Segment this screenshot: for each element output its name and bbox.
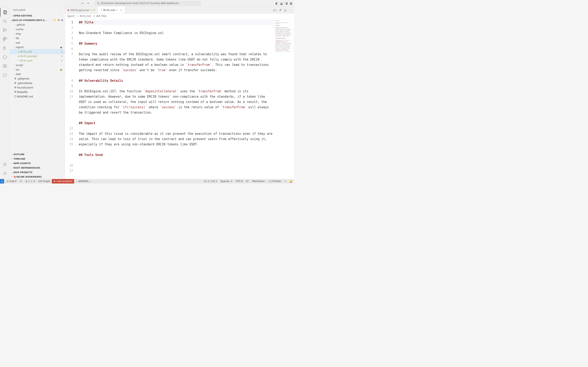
section-timeline[interactable]: ›TIMELINE: [10, 157, 65, 161]
file-icon: ⓘ: [13, 95, 17, 98]
file-icon: ↓: [17, 50, 20, 53]
folder-report[interactable]: ⌄ report ●: [10, 45, 65, 49]
search-icon: 🔍: [97, 2, 100, 5]
status-sync[interactable]: ⟳: [18, 179, 24, 184]
activity-settings[interactable]: [0, 169, 10, 178]
collapse-icon[interactable]: ⊟: [61, 19, 63, 22]
status-formatter[interactable]: ✓⃝ Prettier: [267, 180, 283, 183]
sidebar-more-icon[interactable]: ⋯: [59, 9, 61, 11]
status-branch[interactable]: ⎇ main*: [4, 179, 18, 184]
git-status-badge: U: [60, 59, 65, 62]
activity-item-6[interactable]: [0, 53, 10, 62]
folder-test[interactable]: › test: [10, 72, 65, 76]
file--gitignore[interactable]: ⚙ .gitignore: [10, 76, 65, 81]
editor-more-icon[interactable]: ⋯: [289, 8, 292, 12]
tab-m-01-md[interactable]: ↓ M-01.md U ×: [98, 7, 125, 13]
chevron-right-icon: ›: [11, 171, 13, 174]
section-java-projects[interactable]: ›JAVA PROJECTS: [10, 170, 65, 175]
breadcrumb-part[interactable]: ## Title: [96, 15, 106, 17]
title-layout-controls: ◧ ⬓ ◨ ▦: [276, 2, 292, 5]
section-rust-dependencies[interactable]: ›RUST DEPENDENCIES: [10, 166, 65, 170]
breadcrumb-part[interactable]: report: [67, 15, 75, 17]
status-language[interactable]: Markdown: [251, 180, 267, 183]
status-position[interactable]: Ln 1, Col 1: [203, 180, 219, 183]
new-folder-icon[interactable]: 📁: [53, 19, 57, 22]
file-readme-md[interactable]: ⓘ README.md: [10, 94, 65, 99]
status-remote[interactable]: ⎌: [0, 179, 4, 184]
section-outline[interactable]: ›OUTLINE: [10, 152, 65, 157]
file-icon: 〰: [17, 59, 20, 62]
panel-bottom-icon[interactable]: ⬓: [280, 2, 283, 5]
tab-dscengine-sol[interactable]: ◆ DSCEngine.sol 1, M: [65, 7, 98, 13]
svg-point-15: [4, 173, 6, 174]
status-bell-icon[interactable]: 🔔: [288, 180, 294, 183]
file--gitmodules[interactable]: ⚙ .gitmodules: [10, 81, 65, 85]
folder--github[interactable]: › .github: [10, 22, 65, 27]
activity-search[interactable]: [0, 17, 10, 26]
status-gitgraph[interactable]: Git Graph: [37, 179, 52, 184]
warn-icon: ⚠: [31, 180, 33, 183]
status-spaces[interactable]: Spaces: 2: [219, 180, 234, 183]
activity-extensions[interactable]: [0, 35, 10, 44]
folder-out[interactable]: › out: [10, 40, 65, 45]
folder-script[interactable]: › script: [10, 63, 65, 67]
activity-accounts[interactable]: [0, 160, 10, 169]
status-encoding[interactable]: UTF-8: [234, 180, 244, 183]
status-feedback-icon[interactable]: ⌖: [283, 180, 288, 183]
status-vim-mode: -- NORMAL --: [74, 179, 93, 184]
breadcrumb-part[interactable]: M-01.md: [80, 15, 91, 17]
file-icon: ◆: [67, 8, 69, 11]
section-inline-bookmarks[interactable]: ›🔖 INLINE BOOKMARKS: [10, 175, 65, 179]
activity-item-8[interactable]: [0, 71, 10, 80]
file-m-01-md[interactable]: ↓ M-01.md U: [10, 49, 65, 54]
activity-bar: [0, 7, 10, 179]
editor-area: ◆ DSCEngine.sol 1, M ↓ M-01.md U × ⫾▢ ⇵: [65, 7, 294, 179]
project-head[interactable]: ⌄ 2023-07-FOUNDRY-DEFI-S... 📄 📁 ⟳ ⊟: [10, 18, 65, 22]
chevron-right-icon: ›: [11, 153, 13, 156]
code-editor[interactable]: ## Title Non-Standard Token Compliance i…: [76, 18, 294, 179]
file-icon: ⚙: [13, 86, 17, 89]
chevron-right-icon: ›: [11, 175, 13, 178]
chevron-down-icon: ⌄: [10, 19, 12, 22]
layout-grid-icon[interactable]: ▦: [290, 2, 292, 5]
chevron-right-icon: ›: [13, 37, 16, 40]
panel-left-icon[interactable]: ◧: [276, 2, 278, 5]
chevron-right-icon: ›: [13, 68, 16, 71]
folder-cache[interactable]: › cache: [10, 27, 65, 31]
section-npm-scripts[interactable]: ›NPM SCRIPTS: [10, 161, 65, 166]
nav-back-icon[interactable]: ←: [81, 1, 84, 5]
status-problems[interactable]: ⊘1 ⚠0: [24, 179, 37, 184]
editor-split-icon[interactable]: ◫: [284, 8, 286, 12]
chevron-right-icon: ›: [13, 42, 16, 44]
file-foundry-toml[interactable]: ⚙ foundry.toml: [10, 85, 65, 90]
folder-img[interactable]: › img: [10, 31, 65, 36]
refresh-icon[interactable]: ⟳: [58, 19, 60, 22]
file-m-01-prompt[interactable]: ≡ M-01.prompt U: [10, 54, 65, 58]
close-icon[interactable]: ×: [120, 8, 122, 12]
editor-diff-icon[interactable]: ⇵: [279, 8, 282, 12]
breadcrumb[interactable]: report › ↓ M-01.md › ▭ ## Title: [65, 14, 294, 18]
status-rust-analyzer[interactable]: ⊗ rust-analyzer: [52, 179, 74, 184]
minimap[interactable]: ## TitleNon-Standard Token Compliance in…: [275, 20, 292, 52]
file-m-01-xml[interactable]: 〰 M-01.xml U: [10, 58, 65, 63]
activity-item-7[interactable]: [0, 62, 10, 71]
panel-right-icon[interactable]: ◨: [285, 2, 288, 5]
tab-status: 1, M: [90, 9, 95, 11]
activity-source-control[interactable]: [0, 26, 10, 35]
file-makefile[interactable]: M Makefile: [10, 90, 65, 94]
nav-forward-icon[interactable]: →: [86, 1, 89, 5]
command-center[interactable]: 🔍 [Extension Development Host] 2023-07-f…: [95, 1, 201, 6]
tab-label: DSCEngine.sol: [70, 8, 89, 12]
folder-src[interactable]: › src ●: [10, 67, 65, 72]
file-icon: M: [13, 91, 17, 93]
error-icon: ⊘: [25, 180, 27, 183]
svg-point-5: [3, 31, 4, 32]
status-eol[interactable]: LF: [244, 180, 251, 183]
activity-explorer[interactable]: [0, 8, 10, 17]
new-file-icon[interactable]: 📄: [49, 19, 52, 22]
folder-lib[interactable]: › lib: [10, 36, 65, 40]
editor-preview-icon[interactable]: ⫾▢: [273, 8, 277, 12]
section-open-editors[interactable]: › OPEN EDITORS: [10, 13, 65, 18]
command-center-text: [Extension Development Host] 2023-07-fou…: [101, 2, 179, 5]
activity-item-5[interactable]: [0, 44, 10, 53]
